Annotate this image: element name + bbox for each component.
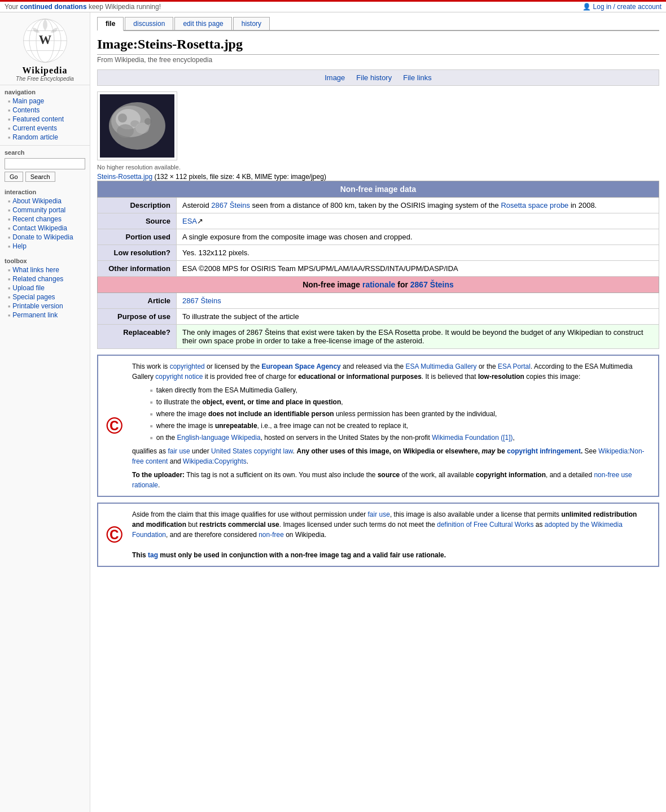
- tab-history[interactable]: history: [233, 17, 270, 30]
- donation-text-suffix: keep Wikipedia running!: [87, 3, 161, 11]
- main-layout: W Wikipedia The Free Encyclopedia naviga…: [0, 12, 666, 812]
- sidebar-item-special[interactable]: Special pages: [12, 293, 55, 301]
- value-replaceable: The only images of 2867 Šteins that exis…: [177, 325, 659, 349]
- file-tab-image[interactable]: Image: [325, 73, 345, 82]
- no-higher-res-text: No higher resolution available.: [97, 164, 659, 171]
- list-item: Help: [0, 242, 90, 251]
- nonfree-data-table: Non-free image data Description Asteroid…: [97, 181, 659, 349]
- donation-text-prefix: Your: [5, 3, 20, 11]
- search-title: search: [5, 149, 85, 156]
- table-row: Description Asteroid 2867 Šteins seen fr…: [98, 198, 659, 213]
- nonfree-header-row: Non-free image data: [98, 181, 659, 198]
- sidebar-item-recent[interactable]: Recent changes: [12, 215, 62, 223]
- label-description: Description: [98, 198, 177, 213]
- list-item: Contents: [0, 106, 90, 115]
- interaction-section: interaction About Wikipedia Community po…: [0, 185, 90, 254]
- list-item: About Wikipedia: [0, 197, 90, 206]
- value-description: Asteroid 2867 Šteins seen from a distanc…: [177, 198, 659, 213]
- copyrighted-link[interactable]: copyrighted: [170, 363, 205, 370]
- sidebar-item-upload[interactable]: Upload file: [12, 284, 45, 292]
- value-article: 2867 Šteins: [177, 293, 659, 309]
- sidebar-item-whatlinks[interactable]: What links here: [12, 266, 59, 274]
- sidebar-item-contents[interactable]: Contents: [12, 106, 40, 114]
- value-source: ESA↗: [177, 213, 659, 229]
- rationale-header-row: Non-free image rationale for 2867 Šteins: [98, 277, 659, 293]
- file-tab-history[interactable]: File history: [356, 73, 392, 82]
- list-item: Contact Wikipedia: [0, 224, 90, 233]
- table-row: Replaceable? The only images of 2867 Šte…: [98, 325, 659, 349]
- list-item: Random article: [0, 133, 90, 142]
- sidebar-item-events[interactable]: Current events: [12, 124, 57, 132]
- toolbox-section: toolbox What links here Related changes …: [0, 254, 90, 323]
- tab-file[interactable]: file: [97, 17, 124, 31]
- esa-portal-link[interactable]: ESA Portal: [498, 363, 531, 370]
- nonfree-link[interactable]: non-free: [258, 531, 284, 539]
- copyright-text-1: This work is copyrighted or licensed by …: [132, 361, 650, 382]
- tab-discussion[interactable]: discussion: [125, 17, 173, 30]
- label-other: Other information: [98, 261, 177, 277]
- label-source: Source: [98, 213, 177, 229]
- svg-text:W: W: [38, 33, 51, 47]
- copyright-notice-link[interactable]: copyright notice: [155, 373, 203, 381]
- page-subtitle: From Wikipedia, the free encyclopedia: [97, 56, 659, 64]
- sidebar-item-contact[interactable]: Contact Wikipedia: [12, 224, 67, 232]
- esa-full-link[interactable]: European Space Agency: [261, 363, 340, 370]
- rationale-link[interactable]: rationale: [362, 280, 395, 289]
- esa-multimedia-link[interactable]: ESA Multimedia Gallery: [406, 363, 477, 370]
- interaction-list: About Wikipedia Community portal Recent …: [0, 197, 90, 254]
- go-button[interactable]: Go: [5, 172, 23, 182]
- wikipedia-globe-icon: W: [23, 18, 68, 63]
- tab-edit[interactable]: edit this page: [174, 17, 231, 30]
- steins-rationale-link[interactable]: 2867 Šteins: [410, 280, 454, 289]
- asteroid-link[interactable]: 2867 Šteins: [211, 201, 250, 209]
- sidebar-item-featured[interactable]: Featured content: [12, 115, 64, 123]
- sidebar-item-help[interactable]: Help: [12, 242, 27, 250]
- tag-link[interactable]: tag: [148, 551, 158, 559]
- list-item: where the image does not include an iden…: [143, 409, 650, 419]
- esa-link[interactable]: ESA: [182, 217, 197, 225]
- list-item: Donate to Wikipedia: [0, 233, 90, 242]
- svg-point-15: [144, 118, 151, 125]
- wp-copyrights-link[interactable]: Wikipedia:Copyrights: [183, 457, 247, 465]
- free-cultural-link[interactable]: definition of Free Cultural Works: [437, 521, 533, 529]
- fair-use-link[interactable]: fair use: [168, 447, 190, 455]
- user-icon: 👤: [582, 3, 591, 11]
- sidebar-item-perm[interactable]: Permanent link: [12, 311, 58, 319]
- tabs-bar: file discussion edit this page history: [97, 12, 659, 31]
- donation-link[interactable]: continued donations: [20, 3, 87, 11]
- list-item: on the English-language Wikipedia, hoste…: [143, 433, 650, 443]
- sidebar-item-donate[interactable]: Donate to Wikipedia: [12, 233, 73, 241]
- search-section: search Go Search: [0, 145, 90, 185]
- table-row: Article 2867 Šteins: [98, 293, 659, 309]
- label-purpose: Purpose of use: [98, 309, 177, 325]
- copyright-text-2: Aside from the claim that this image qua…: [132, 509, 650, 560]
- wmf-link[interactable]: Wikimedia Foundation ([1]): [432, 434, 512, 442]
- sidebar-item-about[interactable]: About Wikipedia: [12, 197, 62, 205]
- sidebar-item-related[interactable]: Related changes: [12, 275, 63, 283]
- english-wp-link[interactable]: English-language Wikipedia: [177, 434, 261, 442]
- image-file-link[interactable]: Steins-Rosetta.jpg: [97, 173, 152, 181]
- list-item: Recent changes: [0, 215, 90, 224]
- list-item: Community portal: [0, 206, 90, 215]
- copyright-footer-1: qualifies as fair use under United State…: [132, 446, 650, 466]
- login-link[interactable]: Log in / create account: [593, 3, 661, 11]
- sidebar-item-main-page[interactable]: Main page: [12, 97, 44, 105]
- image-info: (132 × 112 pixels, file size: 4 KB, MIME…: [154, 173, 326, 181]
- file-tab-links[interactable]: File links: [403, 73, 432, 82]
- fair-use-link-2[interactable]: fair use: [368, 510, 390, 518]
- infringement-link[interactable]: copyright infringement: [507, 447, 581, 455]
- rosetta-link[interactable]: Rosetta space probe: [501, 201, 568, 209]
- site-title: Wikipedia: [3, 66, 87, 76]
- search-input[interactable]: [5, 158, 85, 169]
- list-item: taken directly from the ESA Multimedia G…: [143, 385, 650, 395]
- us-copyright-link[interactable]: United States copyright law: [211, 447, 293, 455]
- table-row: Low resolution? Yes. 132x112 pixels.: [98, 245, 659, 261]
- nonfree-header-cell: Non-free image data: [98, 181, 659, 198]
- sidebar-item-print[interactable]: Printable version: [12, 302, 63, 310]
- label-lowres: Low resolution?: [98, 245, 177, 261]
- search-button[interactable]: Search: [25, 172, 55, 182]
- sidebar-item-community[interactable]: Community portal: [12, 206, 65, 214]
- article-link[interactable]: 2867 Šteins: [182, 296, 221, 305]
- rationale-header-cell: Non-free image rationale for 2867 Šteins: [98, 277, 659, 293]
- sidebar-item-random[interactable]: Random article: [12, 133, 58, 141]
